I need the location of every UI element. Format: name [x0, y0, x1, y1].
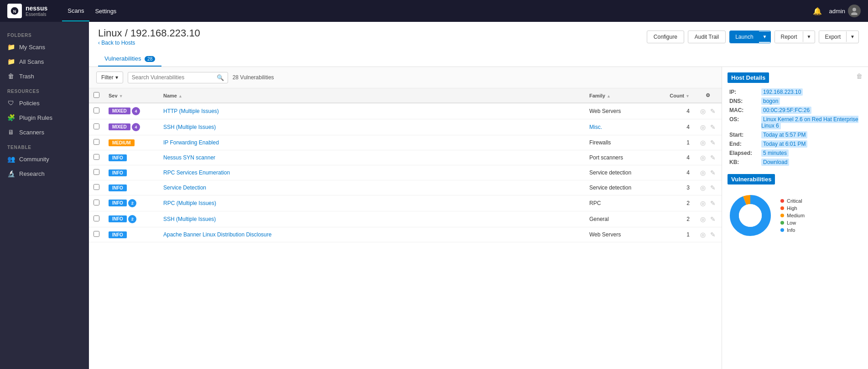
row-checkbox[interactable] [94, 123, 99, 129]
edit-icon[interactable]: ✎ [710, 154, 716, 161]
kb-label: KB: [728, 158, 759, 167]
sidebar-item-community[interactable]: 👥 Community [0, 152, 89, 166]
sev-badge: MIXED [109, 108, 130, 114]
sidebar-item-research[interactable]: 🔬 Research [0, 166, 89, 181]
vuln-family[interactable]: Misc. [585, 119, 658, 135]
svg-point-2 [852, 8, 856, 11]
vuln-name[interactable]: IP Forwarding Enabled [159, 135, 585, 150]
launch-button[interactable]: Launch [730, 31, 759, 43]
row-checkbox[interactable] [94, 200, 99, 205]
filter-chevron-icon: ▾ [115, 74, 118, 81]
table-row: INFOService DetectionService detection3 … [89, 180, 722, 195]
acknowledge-icon[interactable]: ◎ [700, 231, 706, 238]
nav-settings[interactable]: Settings [89, 1, 122, 21]
acknowledge-icon[interactable]: ◎ [700, 169, 706, 176]
vulnerability-table: Sev ▼ Name ▲ Family ▲ [89, 88, 722, 242]
user-menu[interactable]: admin [829, 5, 861, 17]
acknowledge-icon[interactable]: ◎ [700, 108, 706, 115]
host-detail-dns: DNS: bogon [728, 97, 863, 106]
vuln-name[interactable]: RPC Services Enumeration [159, 165, 585, 180]
sidebar-item-my-scans[interactable]: 📁 My Scans [0, 40, 89, 54]
sidebar-item-all-scans[interactable]: 📁 All Scans [0, 54, 89, 69]
legend-critical: Critical [780, 198, 805, 204]
edit-icon[interactable]: ✎ [710, 169, 716, 176]
acknowledge-icon[interactable]: ◎ [700, 139, 706, 146]
vuln-family: Service detection [585, 165, 658, 180]
audit-trail-button[interactable]: Audit Trail [688, 31, 726, 43]
low-dot [780, 221, 784, 225]
col-count[interactable]: Count ▼ [658, 88, 694, 103]
vuln-name[interactable]: SSH (Multiple Issues) [159, 211, 585, 227]
edit-icon[interactable]: ✎ [710, 215, 716, 223]
export-dropdown-button[interactable]: ▼ [846, 31, 858, 42]
edit-icon[interactable]: ✎ [710, 139, 716, 146]
vulnerabilities-chart-title: Vulnerabilities [728, 174, 775, 184]
host-detail-mac: MAC: 00:0C:29:5F:FC:26 [728, 106, 863, 115]
export-button[interactable]: Export [819, 31, 846, 43]
report-button[interactable]: Report [775, 31, 802, 43]
acknowledge-icon[interactable]: ◎ [700, 123, 706, 131]
vuln-name[interactable]: RPC (Multiple Issues) [159, 195, 585, 211]
trash-icon: 🗑 [7, 72, 15, 80]
vuln-name[interactable]: Nessus SYN scanner [159, 150, 585, 165]
vuln-name[interactable]: SSH (Multiple Issues) [159, 119, 585, 135]
select-all-checkbox[interactable] [94, 92, 99, 98]
edit-icon[interactable]: ✎ [710, 200, 716, 207]
edit-icon[interactable]: ✎ [710, 231, 716, 238]
sidebar-item-scanners[interactable]: 🖥 Scanners [0, 125, 89, 139]
shield-icon: 🛡 [7, 99, 15, 107]
chart-legend: Critical High Medium Low [780, 198, 805, 233]
name-sort-icon: ▲ [178, 94, 182, 98]
back-to-hosts-link[interactable]: Back to Hosts [98, 40, 135, 46]
kb-download-link[interactable]: Download [761, 159, 789, 166]
col-sev[interactable]: Sev ▼ [104, 88, 159, 103]
row-checkbox[interactable] [94, 184, 99, 190]
configure-button[interactable]: Configure [647, 31, 684, 43]
row-checkbox[interactable] [94, 169, 99, 175]
host-detail-end: End: Today at 6:01 PM [728, 139, 863, 149]
sidebar-item-plugin-rules[interactable]: 🧩 Plugin Rules [0, 110, 89, 125]
filter-bar: Filter ▾ 🔍 28 Vulnerabilities [89, 67, 722, 88]
report-dropdown-button[interactable]: ▼ [803, 31, 815, 42]
acknowledge-icon[interactable]: ◎ [700, 154, 706, 161]
acknowledge-icon[interactable]: ◎ [700, 215, 706, 223]
edit-icon[interactable]: ✎ [710, 108, 716, 115]
vuln-name[interactable]: Apache Banner Linux Distribution Disclos… [159, 227, 585, 242]
edit-icon[interactable]: ✎ [710, 123, 716, 131]
acknowledge-icon[interactable]: ◎ [700, 184, 706, 191]
edit-icon[interactable]: ✎ [710, 184, 716, 191]
high-dot [780, 206, 784, 210]
sidebar-item-trash[interactable]: 🗑 Trash [0, 69, 89, 83]
sidebar-item-policies[interactable]: 🛡 Policies [0, 96, 89, 110]
vuln-family: Firewalls [585, 135, 658, 150]
svg-point-3 [851, 12, 858, 15]
sev-badge: INFO [109, 200, 127, 206]
vuln-name[interactable]: HTTP (Multiple Issues) [159, 103, 585, 119]
launch-dropdown-button[interactable]: ▼ [759, 31, 771, 42]
tab-vulnerabilities[interactable]: Vulnerabilities 28 [98, 51, 161, 67]
host-detail-kb: KB: Download [728, 158, 863, 167]
row-checkbox[interactable] [94, 215, 99, 221]
search-input[interactable] [132, 74, 214, 81]
col-family[interactable]: Family ▲ [585, 88, 658, 103]
plugin-count-badge: 4 [132, 123, 140, 131]
page-header: Linux / 192.168.223.10 Back to Hosts Con… [89, 22, 868, 67]
filter-button[interactable]: Filter ▾ [96, 72, 123, 83]
logo-area[interactable]: N nessus Essentials [7, 4, 47, 18]
critical-label: Critical [787, 198, 802, 204]
row-checkbox[interactable] [94, 108, 99, 113]
folders-label: FOLDERS [0, 27, 89, 40]
row-checkbox[interactable] [94, 231, 99, 237]
nav-scans[interactable]: Scans [62, 1, 89, 21]
table-row: INFO 2RPC (Multiple Issues)RPC2 ◎ ✎ [89, 195, 722, 211]
row-checkbox[interactable] [94, 139, 99, 145]
host-detail-elapsed: Elapsed: 5 minutes [728, 149, 863, 158]
col-actions: ⚙ [694, 88, 722, 103]
row-checkbox[interactable] [94, 154, 99, 160]
delete-host-icon[interactable]: 🗑 [856, 72, 863, 80]
col-name[interactable]: Name ▲ [159, 88, 585, 103]
notifications-icon[interactable]: 🔔 [813, 7, 822, 15]
settings-icon[interactable]: ⚙ [706, 92, 710, 98]
acknowledge-icon[interactable]: ◎ [700, 200, 706, 207]
vuln-name[interactable]: Service Detection [159, 180, 585, 195]
